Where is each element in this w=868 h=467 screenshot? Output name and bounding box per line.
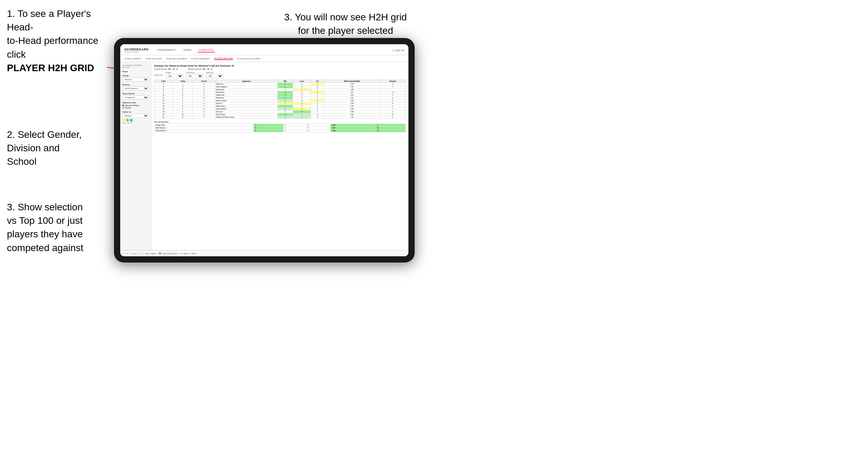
colour-dots [122, 119, 149, 122]
filter-opponent-select[interactable]: (All) [206, 74, 223, 78]
step2-line2: Division and [7, 143, 60, 153]
col-header-div: # Div [154, 80, 173, 83]
col-header-reg: # Reg [173, 80, 193, 83]
step3-left-line1: 3. Show selection [7, 202, 83, 212]
subnav-player-h2h-grid[interactable]: PLAYER H2H GRID [214, 57, 233, 60]
division-label: Division [122, 84, 149, 86]
subnav-team-h2h-heatmap[interactable]: TEAM H2H HEATMAP [166, 58, 187, 60]
right-panel: Katelyn Vo Head-to-Head Grid for Women's… [151, 62, 408, 256]
table-row: 1822Euna Lee050-5.002 [154, 111, 406, 113]
table-row: 1125Heejo Hyun1003.333 [154, 97, 406, 99]
table-row: 633Sydney Kuo010-1.00 [154, 88, 406, 91]
opponents-label: Opponents: [154, 74, 163, 76]
subnav-team-h2h-grid[interactable]: TEAM H2H GRID [145, 58, 162, 60]
toolbar-view-original[interactable]: View: Original [145, 252, 156, 255]
toolbar-sep3: | [138, 252, 138, 255]
instruction-step1: 1. To see a Player's Head- to-Head perfo… [7, 7, 117, 75]
subnav-team-summary[interactable]: TEAM SUMMARY [124, 58, 141, 60]
opponent-view-label: Opponent view [122, 102, 149, 104]
gender-label: Gender [122, 75, 149, 77]
toolbar-sep2: | [130, 252, 130, 255]
colour-dot-up [130, 119, 133, 122]
table-row: 914Sharon Mun1013.673 [154, 91, 406, 94]
gender-select[interactable]: Women's [122, 77, 149, 82]
radio-opponents-played[interactable]: Opponents Played [122, 104, 149, 106]
toolbar-redo[interactable]: ↻ [127, 252, 128, 255]
radio-top100[interactable]: Top 100 [122, 107, 149, 109]
table-row: 20117Federica Domecq Lacroze2101.336 [154, 116, 406, 119]
overall-record-value: 353 - 34 - 6 [168, 68, 178, 70]
colour-by-label: Colour by [122, 111, 149, 113]
filter-region-select[interactable]: (All) [166, 74, 183, 78]
toolbar-sep6: | [178, 252, 179, 255]
step2-line1: 2. Select Gender, [7, 129, 82, 140]
toolbar-share[interactable]: Share [191, 252, 196, 255]
step2-line3: School [7, 156, 37, 167]
instruction-step3-right: 3. You will now see H2H grid for the pla… [263, 10, 428, 37]
radio-label-opponents: Opponents Played [125, 104, 139, 106]
toolbar-save[interactable]: Save Custom View [162, 252, 177, 255]
bottom-toolbar: ↺ | ↻ | ⟳ ↩ ⊕ | 🕐 | View: Original | 💾 S… [120, 250, 408, 256]
filter-region-label: Region [166, 72, 183, 74]
logo-sub-text: Powered by clippd [124, 51, 149, 53]
radio-dot-opponents [122, 105, 124, 106]
toolbar-sep4: | [143, 252, 144, 255]
overall-record-label: Overall Record: [154, 68, 167, 70]
opponent-view-section: Opponent view Opponents Played Top 100 [122, 102, 149, 109]
step3-left-line3: players they have [7, 229, 83, 239]
filters-row: Opponents: Region (All) Conference (All) [154, 72, 406, 78]
main-nav: TOURNAMENTS TEAMS COMMITTEE [155, 48, 385, 53]
col-header-conf: # Conf [193, 80, 215, 83]
out-of-division-title: Out of division [154, 121, 406, 123]
table-row: 1311Jessica Huang101-3.002 [154, 99, 406, 102]
toolbar-sep7: | [190, 252, 190, 255]
col-header-loss: Loss [293, 80, 311, 83]
table-row: 311Esther Lee1011.504 [154, 83, 406, 86]
col-header-opponent: Opponent [215, 80, 277, 83]
tablet: SCOREBOARD Powered by clippd TOURNAMENTS… [114, 38, 415, 263]
toolbar-watch[interactable]: Watch [183, 252, 188, 255]
table-row: 19106Emily Chang4100.3011 [154, 113, 406, 116]
filter-conference-select[interactable]: (All) [186, 74, 203, 78]
nav-tournaments[interactable]: TOURNAMENTS [155, 48, 177, 53]
step1-bold: PLAYER H2H GRID [7, 63, 94, 73]
toolbar-eye-icon: 👁 [180, 252, 182, 255]
division-record-value: 331 - 34 - 6 [202, 68, 212, 70]
colour-dot-down [122, 119, 125, 122]
colour-label-up: Up [130, 122, 133, 124]
division-select[interactable]: NCAA Division III [122, 86, 149, 90]
data-table: # Div # Reg # Conf Opponent Win Loss Tie… [154, 79, 406, 119]
table-row: 1585Stella Cheng1001.254 [154, 105, 406, 108]
timestamp-line2: 16:55:38 [122, 66, 129, 68]
step3-left-line4: competed against [7, 242, 83, 253]
col-header-tie: Tie [311, 80, 324, 83]
col-header-rounds: Rounds [380, 80, 406, 83]
player-section: Player [122, 70, 149, 73]
division-section: Division NCAA Division III [122, 84, 149, 90]
sign-out-area: ⬡ | Sign out [391, 49, 404, 52]
filter-opponent-label: Opponent [206, 72, 223, 74]
toolbar-more[interactable]: ⟳ ↩ ⊕ [132, 252, 137, 255]
player-rank-select[interactable]: 8. Katelyn Vo [122, 95, 149, 99]
sign-out-link[interactable]: Sign out [395, 49, 404, 51]
step3-right-line1: 3. You will now see H2H grid [284, 12, 407, 22]
nav-teams[interactable]: TEAMS [182, 48, 193, 53]
table-row: 1474Eunice Yi2200.389 [154, 102, 406, 105]
out-table-row: NAIA Division 115009.26730 [154, 127, 406, 130]
colour-dot-level [126, 119, 129, 122]
table-row: 522Alexis Sudjianto1004.003 [154, 86, 406, 88]
filter-opponent: Opponent (All) [206, 72, 223, 78]
subnav-player-summary[interactable]: PLAYER SUMMARY [191, 58, 210, 60]
radio-dot-top100 [122, 107, 124, 109]
toolbar-undo[interactable]: ↺ [122, 252, 124, 255]
nav-committee[interactable]: COMMITTEE [198, 48, 215, 53]
filter-region: Region (All) [166, 72, 183, 78]
step1-line2: to-Head performance click [7, 35, 98, 59]
filter-conference-label: Conference [186, 72, 203, 74]
sub-nav: TEAM SUMMARY TEAM H2H GRID TEAM H2H HEAT… [120, 55, 408, 62]
subnav-player-h2h-heatmap[interactable]: PLAYER H2H HEATMAP [237, 58, 260, 60]
radio-label-top100: Top 100 [125, 107, 131, 109]
step3-left-line2: vs Top 100 or just [7, 215, 83, 226]
colour-section: Colour by Win/loss Down Level Up [122, 111, 149, 124]
colour-by-select[interactable]: Win/loss [122, 114, 149, 118]
